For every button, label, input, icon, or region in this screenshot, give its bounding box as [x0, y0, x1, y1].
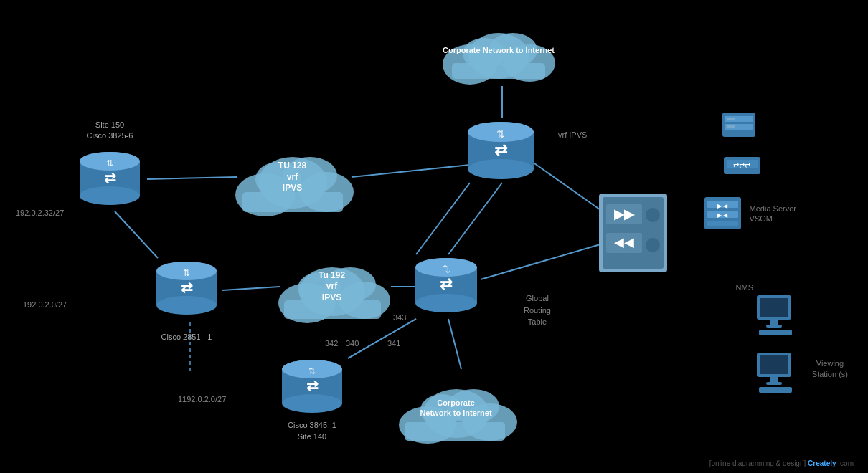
vsom-icon-area: ▶ ◀ ▶ ◀ Media Server VSOM — [703, 194, 796, 233]
svg-rect-19 — [452, 63, 545, 79]
rack-icon — [721, 111, 757, 138]
nms-icon-area — [753, 294, 800, 340]
viewing-station-label: ViewingStation (s) — [812, 358, 848, 381]
vsom-icon: ▶ ◀ ▶ ◀ — [703, 194, 742, 233]
footer-text: [online diagramming & design] — [709, 459, 808, 467]
svg-text:⇅: ⇅ — [183, 268, 190, 278]
label-global-routing: GlobalRoutingTable — [524, 292, 551, 328]
svg-point-64 — [282, 394, 342, 413]
svg-rect-87 — [707, 221, 738, 226]
svg-text:▶ ◀: ▶ ◀ — [717, 212, 727, 219]
svg-point-40 — [468, 159, 534, 179]
svg-point-74 — [646, 208, 660, 222]
router-top: ⇄ ⇅ — [465, 116, 537, 188]
cloud-corporate-top: Corporate Network to Internet — [438, 14, 560, 86]
label-192-32: 192.0.2.32/27 — [16, 208, 64, 219]
svg-line-4 — [448, 183, 502, 254]
svg-point-52 — [156, 296, 217, 315]
svg-line-2 — [352, 165, 470, 177]
svg-rect-37 — [405, 422, 505, 441]
svg-text:⇅: ⇅ — [443, 264, 450, 274]
svg-rect-98 — [766, 382, 782, 385]
router-bottom: ⇄ ⇅ Cisco 3845 -1Site 140 — [280, 355, 344, 419]
diagram: Corporate Network to Internet TU 128vrfI… — [0, 0, 868, 473]
svg-rect-91 — [760, 298, 788, 317]
svg-text:▶▶: ▶▶ — [614, 207, 636, 221]
label-341: 341 — [387, 338, 400, 349]
svg-line-8 — [481, 244, 603, 280]
svg-rect-92 — [770, 320, 778, 325]
svg-rect-93 — [766, 325, 782, 328]
svg-line-6 — [222, 287, 280, 290]
svg-line-5 — [115, 211, 158, 258]
svg-rect-79 — [727, 118, 735, 120]
label-192-0: 192.0.2.0/27 — [23, 300, 67, 310]
label-343: 343 — [393, 312, 406, 323]
vsom-label: VSOM — [750, 214, 796, 223]
svg-rect-94 — [759, 330, 792, 335]
rack-icon-area — [721, 111, 757, 138]
svg-point-75 — [646, 238, 660, 252]
nms-icon — [753, 294, 800, 337]
brand-label: Creately — [808, 459, 836, 467]
svg-text:◀◀: ◀◀ — [614, 235, 634, 249]
svg-text:⇄: ⇄ — [181, 280, 193, 295]
svg-text:⇄: ⇄ — [494, 141, 508, 159]
svg-rect-80 — [727, 125, 735, 128]
svg-point-46 — [80, 186, 140, 205]
svg-text:⇅: ⇅ — [308, 366, 316, 376]
svg-line-1 — [147, 177, 237, 179]
svg-point-58 — [415, 294, 477, 312]
nms-label: NMS — [736, 283, 753, 292]
cloud-tu128: TU 128vrfIPVS — [230, 136, 355, 219]
switch-icon: ⇄⇄⇄ — [722, 154, 762, 177]
label-342: 342 — [325, 338, 338, 349]
label-vrf-ipvs: vrf IPVS — [558, 129, 587, 141]
svg-text:⇄: ⇄ — [306, 378, 319, 393]
svg-line-13 — [416, 183, 470, 254]
router-center: ⇄ ⇅ — [412, 252, 481, 320]
svg-text:⇅: ⇅ — [496, 128, 505, 140]
svg-rect-99 — [759, 387, 792, 393]
footer: [online diagramming & design] Creately .… — [709, 459, 854, 467]
switch-icon-area: ⇄⇄⇄ — [722, 154, 762, 177]
viewing-station-icon — [753, 351, 800, 394]
svg-line-3 — [534, 163, 603, 211]
viewing-station-icon-area — [753, 351, 800, 397]
svg-rect-96 — [760, 355, 788, 374]
svg-text:⇄: ⇄ — [104, 170, 116, 186]
svg-text:⇄: ⇄ — [440, 276, 453, 292]
svg-text:⇄⇄⇄: ⇄⇄⇄ — [733, 161, 750, 169]
cloud-tu192: Tu 192vrfIPVS — [273, 247, 391, 326]
footer-domain: .com — [838, 459, 854, 467]
cloud-corporate-bottom: CorporateNetwork to Internet — [393, 369, 519, 446]
svg-text:▶ ◀: ▶ ◀ — [717, 203, 727, 209]
label-1192: 1192.0.2.0/27 — [178, 394, 226, 405]
label-340: 340 — [346, 338, 359, 349]
media-server-label: Media Server — [750, 204, 796, 213]
svg-rect-97 — [770, 377, 778, 383]
svg-text:⇅: ⇅ — [106, 158, 113, 168]
firewall-box: ▶▶ ◀◀ — [599, 194, 667, 272]
svg-line-9 — [448, 319, 461, 369]
router-mid: ⇄ ⇅ Cisco 2851 - 1 — [154, 257, 219, 321]
router-left: ⇄ ⇅ Site 150Cisco 3825-6 — [77, 147, 142, 211]
